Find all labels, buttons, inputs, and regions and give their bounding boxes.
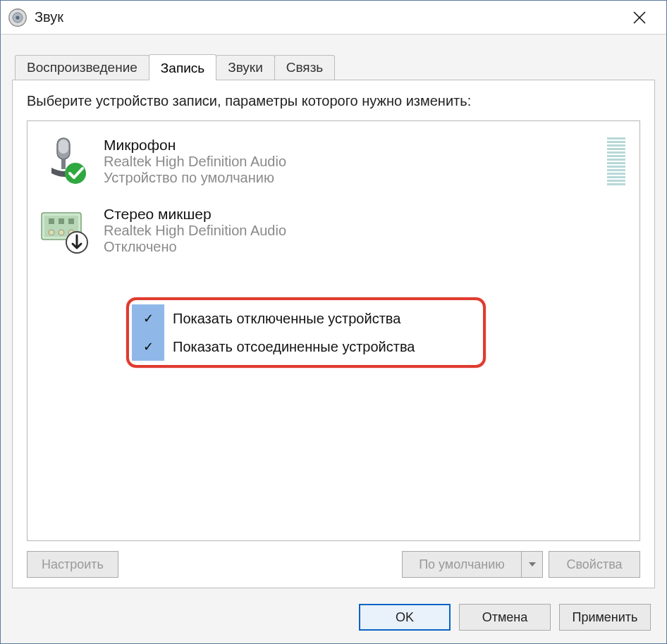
menu-item-label: Показать отсоединенные устройства	[173, 339, 415, 355]
svg-point-14	[49, 230, 54, 235]
menu-item-label: Показать отключенные устройства	[173, 311, 400, 327]
ok-button[interactable]: OK	[359, 604, 451, 631]
svg-rect-7	[61, 159, 66, 169]
set-default-split-button[interactable]: По умолчанию	[402, 551, 543, 578]
device-row-microphone[interactable]: Микрофон Realtek High Definition Audio У…	[35, 127, 632, 196]
svg-rect-13	[68, 218, 74, 224]
close-button[interactable]	[618, 1, 661, 34]
device-list[interactable]: Микрофон Realtek High Definition Audio У…	[27, 120, 640, 541]
device-driver: Realtek High Definition Audio	[104, 154, 607, 170]
soundcard-icon	[37, 203, 92, 258]
tab-sounds[interactable]: Звуки	[216, 55, 275, 80]
svg-point-15	[59, 230, 64, 235]
panel-instruction: Выберите устройство записи, параметры ко…	[27, 93, 640, 109]
device-status: Устройство по умолчанию	[104, 170, 607, 186]
sound-icon	[8, 8, 27, 27]
level-meter	[607, 137, 625, 185]
device-name: Микрофон	[104, 137, 607, 154]
device-info: Стерео микшер Realtek High Definition Au…	[104, 206, 630, 255]
microphone-icon	[37, 134, 92, 189]
dialog-footer: OK Отмена Применить	[5, 594, 662, 643]
check-icon	[132, 333, 164, 361]
menu-show-disabled[interactable]: Показать отключенные устройства	[132, 304, 480, 333]
device-status: Отключено	[104, 239, 630, 255]
device-driver: Realtek High Definition Audio	[104, 223, 630, 239]
sound-dialog: Звук Воспроизведение Запись Звуки Связь …	[0, 0, 667, 644]
tab-playback[interactable]: Воспроизведение	[15, 55, 149, 80]
svg-rect-12	[59, 218, 64, 224]
set-default-button[interactable]: По умолчанию	[402, 551, 522, 578]
tab-recording[interactable]: Запись	[149, 54, 216, 80]
close-icon	[633, 11, 646, 24]
properties-button[interactable]: Свойства	[549, 551, 640, 578]
device-row-stereomix[interactable]: Стерео микшер Realtek High Definition Au…	[35, 196, 632, 265]
panel-button-row: Настроить По умолчанию Свойства	[27, 551, 640, 578]
cancel-button[interactable]: Отмена	[459, 604, 551, 631]
svg-point-2	[16, 16, 19, 19]
menu-show-disconnected[interactable]: Показать отсоединенные устройства	[132, 333, 480, 361]
svg-point-8	[65, 163, 86, 184]
chevron-down-icon[interactable]	[522, 551, 543, 578]
tab-panel-recording: Выберите устройство записи, параметры ко…	[12, 80, 655, 588]
svg-rect-6	[59, 140, 68, 154]
configure-button[interactable]: Настроить	[27, 551, 118, 578]
apply-button[interactable]: Применить	[559, 604, 651, 631]
titlebar: Звук	[1, 1, 666, 35]
device-name: Стерео микшер	[104, 206, 630, 223]
svg-rect-11	[49, 218, 54, 224]
dialog-body: Воспроизведение Запись Звуки Связь Выбер…	[1, 35, 666, 643]
device-info: Микрофон Realtek High Definition Audio У…	[104, 137, 607, 186]
tab-communications[interactable]: Связь	[274, 55, 336, 80]
check-icon	[132, 304, 164, 333]
context-menu-highlight: Показать отключенные устройства Показать…	[126, 297, 486, 368]
window-title: Звук	[35, 9, 618, 25]
tab-strip: Воспроизведение Запись Звуки Связь	[5, 54, 662, 80]
